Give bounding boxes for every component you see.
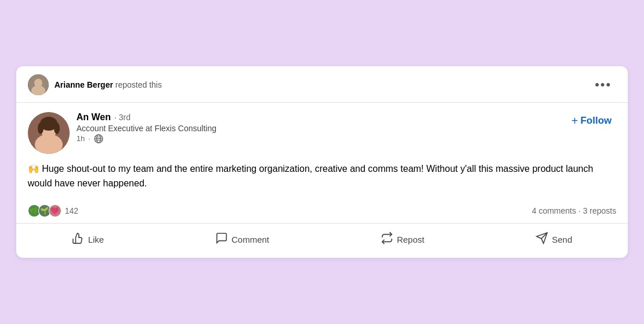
reposter-avatar (28, 74, 49, 95)
reposts-count: 3 reposts (583, 206, 617, 215)
send-icon (536, 232, 548, 247)
reactions-row: 🌿 🌱 💗 142 4 comments · 3 reposts (28, 196, 617, 223)
follow-button[interactable]: + Follow (567, 112, 617, 130)
like-label: Like (88, 235, 104, 244)
repost-icon (381, 232, 393, 247)
author-info: An Wen · 3rd Account Executive at Flexis… (77, 112, 216, 143)
author-degree: · 3rd (114, 113, 131, 122)
send-button[interactable]: Send (529, 227, 579, 252)
comments-count: 4 comments (532, 206, 576, 215)
repost-header: Arianne Berger reposted this ••• (16, 66, 628, 103)
repost-text: Arianne Berger reposted this (55, 80, 162, 89)
meta-separator: · (88, 134, 91, 143)
follow-plus-icon: + (571, 114, 578, 128)
comment-label: Comment (231, 235, 269, 244)
more-options-button[interactable]: ••• (590, 75, 616, 95)
reposter-name: Arianne Berger (55, 80, 113, 89)
author-name[interactable]: An Wen (77, 112, 111, 123)
author-title: Account Executive at Flexis Consulting (77, 124, 216, 133)
reaction-emojis: 🌿 🌱 💗 (28, 204, 61, 217)
author-left: An Wen · 3rd Account Executive at Flexis… (28, 112, 216, 154)
repost-button[interactable]: Repost (374, 227, 432, 252)
post-time: 1h (77, 134, 85, 143)
svg-point-8 (54, 123, 60, 134)
reactions-separator: · (578, 206, 583, 215)
author-name-row: An Wen · 3rd (77, 112, 216, 123)
post-card: Arianne Berger reposted this ••• (16, 66, 628, 258)
author-avatar[interactable] (28, 112, 70, 154)
author-row: An Wen · 3rd Account Executive at Flexis… (28, 112, 617, 154)
post-body: 🙌 Huge shout-out to my team and the enti… (28, 162, 617, 191)
post-content: An Wen · 3rd Account Executive at Flexis… (16, 103, 628, 224)
comment-icon (215, 232, 228, 247)
reaction-count: 142 (65, 206, 78, 215)
repost-label: Repost (397, 235, 425, 244)
send-label: Send (552, 235, 572, 244)
follow-label: Follow (580, 115, 612, 127)
like-button[interactable]: Like (65, 227, 111, 252)
reaction-emoji-3: 💗 (49, 204, 61, 217)
reactions-right[interactable]: 4 comments · 3 reposts (532, 206, 617, 215)
repost-left: Arianne Berger reposted this (28, 74, 162, 95)
reactions-left[interactable]: 🌿 🌱 💗 142 (28, 204, 78, 217)
action-bar: Like Comment Repost (16, 224, 628, 258)
like-icon (72, 232, 85, 247)
svg-point-7 (38, 123, 44, 134)
globe-icon (94, 134, 103, 143)
comment-button[interactable]: Comment (208, 227, 276, 252)
author-meta: 1h · (77, 134, 216, 143)
repost-action-label: reposted this (115, 80, 162, 89)
